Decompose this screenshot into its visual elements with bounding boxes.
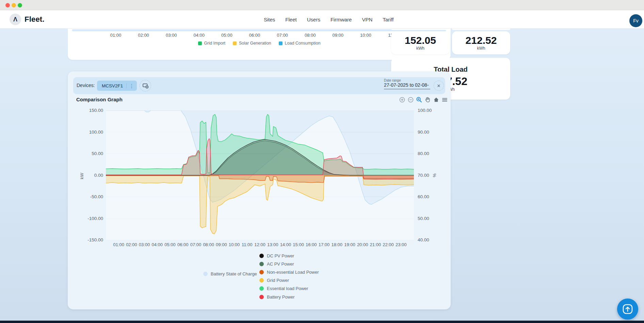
devices-bar: Devices: MCSV2F1 ⋮ Date range 27-07-2025… xyxy=(73,77,445,94)
devices-label: Devices: xyxy=(77,83,95,88)
y-left-tick: -100.00 xyxy=(77,216,103,221)
comparison-plot-svg xyxy=(106,111,414,240)
legend-item-dc-pv-power[interactable]: DC PV Power xyxy=(259,252,319,260)
y-left-tick: 150.00 xyxy=(77,108,103,113)
nav-item-sites[interactable]: Sites xyxy=(264,17,275,22)
legend-item-ac-pv-power[interactable]: AC PV Power xyxy=(259,260,319,268)
legend-item-battery-power[interactable]: Battery Power xyxy=(259,293,319,301)
chart-legend: DC PV PowerAC PV PowerNon-essential Load… xyxy=(259,252,319,301)
top-x-tick: 10:00 xyxy=(355,33,376,38)
y-left-tick: 100.00 xyxy=(77,130,103,135)
y-right-tick: 80.00 xyxy=(418,151,444,156)
legend-label: DC PV Power xyxy=(267,253,294,258)
device-chip-label: MCSV2F1 xyxy=(102,83,123,88)
pan-icon[interactable] xyxy=(424,96,431,103)
top-legend-item[interactable]: Load Consumption xyxy=(279,41,321,46)
y-right-tick: 100.00 xyxy=(418,108,444,113)
nav-item-tariff[interactable]: Tariff xyxy=(383,17,393,22)
y-right-axis-name: % xyxy=(432,173,437,177)
legend-item-non-essential-load-power[interactable]: Non-essential Load Power xyxy=(259,268,319,276)
legend-label: Load Consumption xyxy=(285,41,321,46)
stat-value: 212.52 xyxy=(466,35,497,46)
minimize-window-button[interactable] xyxy=(12,3,16,7)
stat-unit: kWh xyxy=(477,46,485,51)
legend-battery-soc[interactable]: Battery State of Charge xyxy=(203,271,257,276)
date-range-value[interactable]: 27-07-2025 to 02-08- xyxy=(384,82,430,89)
legend-label: Grid Power xyxy=(267,278,289,283)
legend-dot xyxy=(259,270,264,274)
legend-dot xyxy=(259,286,264,291)
y-right-tick: 70.00 xyxy=(418,173,444,178)
legend-dot xyxy=(259,254,264,258)
y-right-tick: 90.00 xyxy=(418,130,444,135)
y-left-axis-name: kW xyxy=(79,173,84,179)
top-legend-item[interactable]: Solar Generation xyxy=(233,41,271,46)
legend-label: Battery Power xyxy=(267,294,295,300)
clear-date-button[interactable]: ✕ xyxy=(434,81,444,91)
chart-toolbar xyxy=(399,96,448,103)
top-x-tick: 02:00 xyxy=(133,33,154,38)
brand-title: Fleet. xyxy=(25,15,45,24)
top-x-tick: 07:00 xyxy=(272,33,293,38)
x-tick: 23:00 xyxy=(392,242,410,247)
nav-item-vpn[interactable]: VPN xyxy=(362,17,372,22)
y-right-tick: 50.00 xyxy=(418,216,444,221)
top-x-tick: 08:00 xyxy=(300,33,320,38)
add-device-icon xyxy=(142,82,149,89)
stat-unit: kWh xyxy=(416,46,424,51)
legend-label: Solar Generation xyxy=(239,41,271,46)
legend-swatch xyxy=(279,41,283,45)
user-avatar[interactable]: Fv xyxy=(629,14,642,27)
clipped-card-sliver xyxy=(452,29,510,30)
legend-swatch xyxy=(198,41,202,45)
legend-swatch xyxy=(233,41,237,45)
menu-icon[interactable] xyxy=(441,96,448,103)
stat-card-generation: 212.52 kWh xyxy=(452,31,510,54)
scroll-to-top-button[interactable] xyxy=(617,299,638,320)
nav-item-firmware[interactable]: Firmware xyxy=(331,17,352,22)
legend-dot xyxy=(259,295,264,299)
legend-dot xyxy=(259,278,264,283)
comparison-card: Devices: MCSV2F1 ⋮ Date range 27-07-2025… xyxy=(68,71,451,309)
box-zoom-icon[interactable] xyxy=(416,96,422,103)
top-x-tick: 09:00 xyxy=(328,33,348,38)
legend-label: Essential load Power xyxy=(267,286,308,291)
legend-label: Non-essential Load Power xyxy=(267,270,319,275)
top-x-tick: 04:00 xyxy=(189,33,209,38)
nav-item-fleet[interactable]: Fleet xyxy=(285,17,296,22)
clipped-card-sliver xyxy=(391,29,450,30)
zoom-out-icon[interactable] xyxy=(407,96,414,103)
top-x-tick: 05:00 xyxy=(216,33,237,38)
zoom-window-button[interactable] xyxy=(18,3,22,7)
top-x-tick: 01:00 xyxy=(106,33,126,38)
page-background: 01:0002:0003:0004:0005:0006:0007:0008:00… xyxy=(0,29,644,323)
date-range-label: Date range xyxy=(384,79,430,82)
top-x-tick: 06:00 xyxy=(244,33,265,38)
top-legend-item[interactable]: Grid Import xyxy=(198,41,226,46)
nav-item-users[interactable]: Users xyxy=(307,17,320,22)
legend-item-essential-load-power[interactable]: Essential load Power xyxy=(259,285,319,293)
y-left-tick: 50.00 xyxy=(77,151,103,156)
stat-value: 152.05 xyxy=(405,35,436,46)
comparison-plot-area[interactable] xyxy=(106,111,414,240)
stat-card-import: 152.05 kWh xyxy=(391,31,450,54)
arrow-up-icon xyxy=(622,303,634,315)
top-chart-plot-edge xyxy=(72,29,446,31)
legend-dot xyxy=(259,262,264,266)
y-right-tick: 40.00 xyxy=(418,237,444,242)
fleet-logo-icon[interactable]: Λ xyxy=(10,14,21,25)
home-icon[interactable] xyxy=(433,96,439,103)
kebab-menu-icon[interactable]: ⋮ xyxy=(126,83,134,88)
date-range-field[interactable]: Date range 27-07-2025 to 02-08- xyxy=(384,79,430,89)
legend-item-grid-power[interactable]: Grid Power xyxy=(259,276,319,285)
zoom-in-icon[interactable] xyxy=(399,96,405,103)
close-window-button[interactable] xyxy=(5,3,10,7)
app-header: Λ Fleet. SitesFleetUsersFirmwareVPNTarif… xyxy=(0,10,644,29)
legend-dot xyxy=(203,272,208,276)
add-device-button[interactable] xyxy=(140,80,151,91)
y-right-tick: 60.00 xyxy=(418,194,444,199)
window-titlebar xyxy=(0,0,644,10)
window-bottom-edge xyxy=(0,321,644,323)
device-chip[interactable]: MCSV2F1 ⋮ xyxy=(97,81,137,91)
legend-label: Grid Import xyxy=(204,41,226,46)
